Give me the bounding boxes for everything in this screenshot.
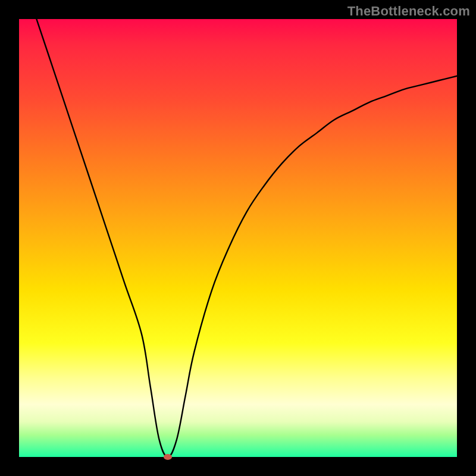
bottleneck-curve <box>36 19 457 457</box>
curve-svg <box>19 19 457 457</box>
chart-frame: TheBottleneck.com <box>0 0 476 476</box>
min-marker <box>164 454 172 460</box>
plot-area <box>19 19 457 457</box>
watermark-text: TheBottleneck.com <box>347 4 470 19</box>
